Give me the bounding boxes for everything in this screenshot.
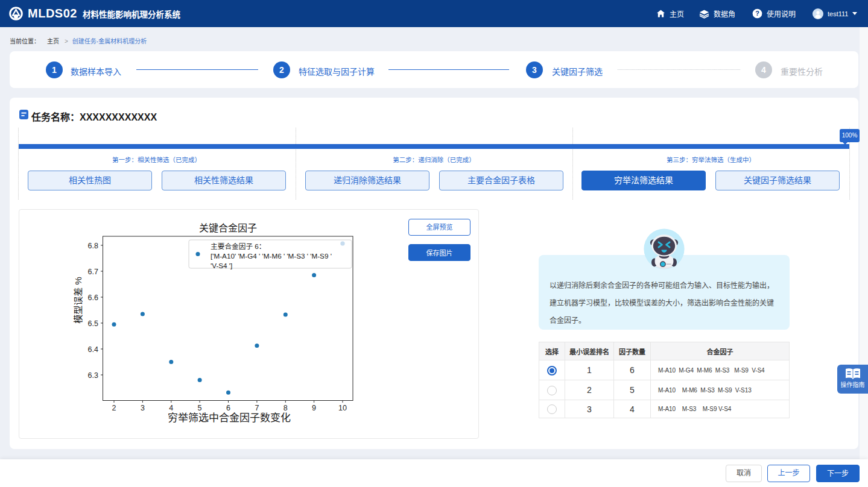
svg-text:6.8: 6.8 (88, 242, 98, 250)
svg-text:模型误差 %: 模型误差 % (73, 277, 83, 324)
svg-text:8: 8 (284, 404, 288, 412)
svg-text:主要合金因子 6：: 主要合金因子 6： (211, 242, 266, 250)
svg-text:10: 10 (338, 404, 347, 412)
svg-text:6.3: 6.3 (88, 371, 98, 380)
svg-text:6.4: 6.4 (88, 345, 98, 354)
svg-text:6: 6 (226, 404, 230, 412)
svg-text:6.5: 6.5 (88, 319, 98, 328)
svg-text:穷举筛选中合金因子数变化: 穷举筛选中合金因子数变化 (168, 412, 291, 424)
svg-text:'V-S4 ']: 'V-S4 '] (211, 262, 232, 269)
svg-text:?: ? (755, 10, 759, 17)
svg-text:['M-A10' 'M-G4 ' 'M-M6 ' 'M-S3: ['M-A10' 'M-G4 ' 'M-M6 ' 'M-S3 ' 'M-S9 ' (211, 252, 332, 260)
svg-text:9: 9 (312, 404, 316, 412)
svg-text:3: 3 (141, 404, 145, 412)
svg-text:2: 2 (112, 404, 116, 412)
svg-text:5: 5 (198, 404, 202, 412)
svg-text:关键合金因子: 关键合金因子 (199, 223, 257, 233)
svg-text:6.6: 6.6 (88, 294, 98, 302)
svg-text:6.7: 6.7 (88, 268, 98, 276)
svg-text:7: 7 (255, 404, 259, 412)
svg-text:4: 4 (169, 404, 173, 412)
